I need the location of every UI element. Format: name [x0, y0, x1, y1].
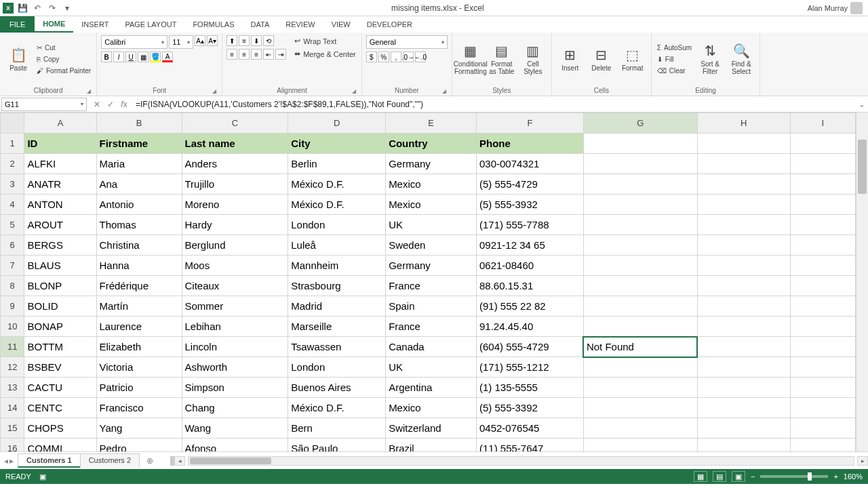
- cell[interactable]: Germany: [386, 154, 477, 174]
- cell[interactable]: London: [288, 357, 386, 378]
- cell[interactable]: [583, 439, 697, 452]
- cell[interactable]: (171) 555-7788: [477, 215, 584, 235]
- cell[interactable]: [697, 418, 790, 439]
- cell[interactable]: Hanna: [96, 256, 182, 276]
- cell[interactable]: Berglund: [182, 235, 288, 256]
- cell[interactable]: [583, 235, 697, 256]
- cell[interactable]: 0452-076545: [477, 418, 584, 439]
- cell[interactable]: Mexico: [386, 398, 477, 418]
- cell[interactable]: BSBEV: [24, 357, 96, 378]
- row-header[interactable]: 16: [1, 439, 24, 452]
- cell[interactable]: Strasbourg: [288, 276, 386, 296]
- hscroll-right-icon[interactable]: ▸: [857, 456, 868, 466]
- cell[interactable]: Francisco: [96, 398, 182, 418]
- cell[interactable]: Wang: [182, 418, 288, 439]
- cell[interactable]: [583, 276, 697, 296]
- cell[interactable]: [583, 378, 697, 398]
- align-right-button[interactable]: ≡: [251, 49, 262, 60]
- account-name[interactable]: Alan Murray: [802, 2, 868, 14]
- ribbon-tab-page-layout[interactable]: PAGE LAYOUT: [117, 16, 184, 33]
- cell[interactable]: (604) 555-4729: [477, 337, 584, 357]
- cell[interactable]: [790, 357, 855, 378]
- fill-button[interactable]: ⬇Fill: [656, 54, 693, 64]
- cell[interactable]: [790, 174, 855, 195]
- slider-thumb[interactable]: [808, 472, 812, 481]
- cell[interactable]: [697, 357, 790, 378]
- cell[interactable]: Not Found: [583, 337, 697, 357]
- cell[interactable]: BOTTM: [24, 337, 96, 357]
- quick-save-icon[interactable]: 💾: [16, 2, 28, 14]
- font-size-select[interactable]: 11▾: [169, 35, 193, 49]
- cell[interactable]: ALFKI: [24, 154, 96, 174]
- cell[interactable]: Brazil: [386, 439, 477, 452]
- cell[interactable]: Ashworth: [182, 357, 288, 378]
- cell[interactable]: Marseille: [288, 317, 386, 337]
- cell-styles-button[interactable]: ▥Cell Styles: [519, 35, 547, 83]
- align-middle-button[interactable]: ≡: [239, 35, 250, 46]
- row-header[interactable]: 6: [1, 235, 24, 256]
- cell[interactable]: [697, 174, 790, 195]
- cell[interactable]: France: [386, 317, 477, 337]
- cell[interactable]: France: [386, 276, 477, 296]
- quick-undo-icon[interactable]: ↶: [31, 2, 43, 14]
- file-tab[interactable]: FILE: [0, 16, 35, 33]
- cell[interactable]: Tsawassen: [288, 337, 386, 357]
- border-button[interactable]: ▦: [138, 52, 149, 62]
- macro-record-icon[interactable]: ▣: [39, 472, 46, 481]
- cell[interactable]: [790, 235, 855, 256]
- cell[interactable]: [583, 317, 697, 337]
- column-header[interactable]: F: [477, 113, 584, 134]
- increase-decimal-button[interactable]: .0→: [403, 52, 414, 62]
- ribbon-tab-review[interactable]: REVIEW: [277, 16, 323, 33]
- cell[interactable]: BERGS: [24, 235, 96, 256]
- increase-font-button[interactable]: A▴: [195, 35, 205, 46]
- cell[interactable]: Hardy: [182, 215, 288, 235]
- column-header[interactable]: I: [790, 113, 855, 134]
- normal-view-button[interactable]: ▦: [694, 471, 707, 482]
- cell[interactable]: Argentina: [386, 378, 477, 398]
- cell[interactable]: Sweden: [386, 235, 477, 256]
- decrease-decimal-button[interactable]: ←.0: [415, 52, 426, 62]
- row-header[interactable]: 8: [1, 276, 24, 296]
- cell[interactable]: Buenos Aires: [288, 378, 386, 398]
- cell[interactable]: Trujillo: [182, 174, 288, 195]
- row-header[interactable]: 9: [1, 296, 24, 317]
- cell[interactable]: 0621-08460: [477, 256, 584, 276]
- cell[interactable]: COMMI: [24, 439, 96, 452]
- cell[interactable]: [583, 134, 697, 154]
- cut-button[interactable]: ✂Cut: [35, 43, 92, 53]
- cell[interactable]: (5) 555-3932: [477, 195, 584, 215]
- cell[interactable]: Country: [386, 134, 477, 154]
- cell[interactable]: (5) 555-3392: [477, 398, 584, 418]
- dialog-launcher-icon[interactable]: ◢: [87, 88, 91, 94]
- quick-redo-icon[interactable]: ↷: [46, 2, 58, 14]
- cell[interactable]: Anders: [182, 154, 288, 174]
- cell[interactable]: [583, 215, 697, 235]
- insert-function-button[interactable]: fx: [118, 98, 130, 110]
- select-all-corner[interactable]: [1, 113, 24, 134]
- cell[interactable]: [583, 256, 697, 276]
- cell[interactable]: (1) 135-5555: [477, 378, 584, 398]
- row-header[interactable]: 7: [1, 256, 24, 276]
- zoom-slider[interactable]: [760, 475, 828, 478]
- format-painter-button[interactable]: 🖌Format Painter: [35, 66, 92, 76]
- cell[interactable]: Lebihan: [182, 317, 288, 337]
- cell[interactable]: Moos: [182, 256, 288, 276]
- cell[interactable]: (11) 555-7647: [477, 439, 584, 452]
- cell[interactable]: 91.24.45.40: [477, 317, 584, 337]
- name-box[interactable]: G11▾: [1, 98, 87, 111]
- cell[interactable]: [790, 439, 855, 452]
- cell[interactable]: [583, 174, 697, 195]
- cell[interactable]: Maria: [96, 154, 182, 174]
- column-header[interactable]: B: [96, 113, 182, 134]
- cell[interactable]: (91) 555 22 82: [477, 296, 584, 317]
- cell[interactable]: Frédérique: [96, 276, 182, 296]
- cell[interactable]: ANATR: [24, 174, 96, 195]
- cell[interactable]: Phone: [477, 134, 584, 154]
- delete-cells-button[interactable]: ⊟Delete: [587, 35, 616, 83]
- cell[interactable]: [790, 256, 855, 276]
- cell[interactable]: Mexico: [386, 195, 477, 215]
- cell[interactable]: [697, 317, 790, 337]
- ribbon-tab-view[interactable]: VIEW: [323, 16, 359, 33]
- cell[interactable]: CACTU: [24, 378, 96, 398]
